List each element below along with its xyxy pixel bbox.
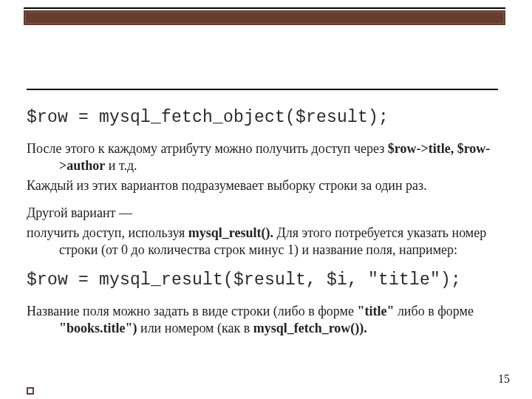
content-area: $row = mysql_fetch_object($result); Посл… [27, 89, 498, 340]
paragraph-5: Название поля можно задать в виде строки… [27, 303, 498, 337]
bold-text: mysql_fetch_row()). [253, 321, 367, 335]
bold-text: "title" [357, 304, 394, 318]
bold-text: "books.title") [59, 321, 137, 335]
text: и т.д. [105, 158, 137, 173]
code-line-2: $row = mysql_result($result, $i, "title"… [27, 270, 498, 290]
text: либо в форме [394, 304, 474, 318]
text: После этого к каждому атрибуту можно пол… [27, 141, 388, 156]
top-rule [24, 7, 505, 9]
paragraph-3: Другой вариант — [27, 205, 498, 222]
paragraph-1: После этого к каждому атрибуту можно пол… [27, 140, 498, 174]
slide-header [24, 7, 505, 25]
code-line-1: $row = mysql_fetch_object($result); [27, 108, 498, 127]
text: получить доступ, используя [27, 225, 188, 240]
content-rule [27, 89, 498, 90]
paragraph-2: Каждый из этих вариантов подразумевает в… [27, 177, 498, 194]
header-bar [24, 10, 505, 25]
header-bar-inner [25, 12, 504, 24]
paragraph-4: получить доступ, используя mysql_result(… [27, 225, 498, 259]
page-number: 15 [498, 372, 510, 386]
footer-bullet-icon [27, 387, 34, 395]
text: или номером (как в [137, 321, 253, 335]
text: Название поля можно задать в виде строки… [27, 304, 357, 318]
bold-text: mysql_result(). [188, 225, 273, 240]
